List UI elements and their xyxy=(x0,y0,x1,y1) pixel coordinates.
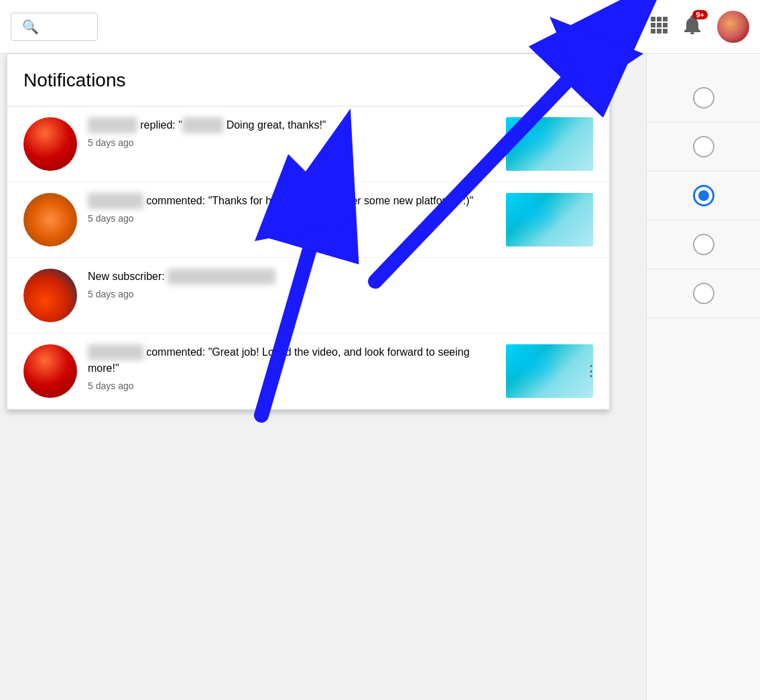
header-icons: 9+ xyxy=(615,11,749,43)
radio-item[interactable] xyxy=(647,171,760,220)
radio-button[interactable] xyxy=(693,136,714,157)
video-camera-icon[interactable] xyxy=(615,17,634,36)
notif-content: New subscriber: Username3LongName 5 days… xyxy=(88,269,593,299)
search-icon: 🔍 xyxy=(22,19,39,35)
radio-item[interactable] xyxy=(647,220,760,269)
radio-button[interactable] xyxy=(693,234,714,255)
more-options-icon[interactable]: ⋮ xyxy=(578,357,604,385)
notif-time: 5 days ago xyxy=(88,213,495,224)
notification-item[interactable]: New subscriber: Username3LongName 5 days… xyxy=(7,258,609,334)
panel-title: Notifications xyxy=(23,70,126,91)
svg-rect-7 xyxy=(663,23,668,27)
svg-rect-4 xyxy=(663,17,668,21)
svg-rect-5 xyxy=(651,23,655,27)
blurred-word: blurword xyxy=(182,117,223,133)
search-box[interactable]: 🔍 xyxy=(11,13,98,41)
notif-content: Username2 commented: "Thanks for helping… xyxy=(88,193,495,224)
radio-button[interactable] xyxy=(693,283,714,304)
grid-icon[interactable] xyxy=(650,16,668,38)
notif-thumbnail xyxy=(506,193,593,247)
notif-time: 5 days ago xyxy=(88,137,495,148)
header: 🔍 xyxy=(0,0,760,54)
user-avatar[interactable] xyxy=(717,11,749,43)
notif-text: Username2 commented: "Thanks for helping… xyxy=(88,193,495,209)
notif-text: New subscriber: Username3LongName xyxy=(88,269,593,285)
notif-avatar xyxy=(23,344,77,398)
svg-point-11 xyxy=(690,32,694,34)
svg-rect-3 xyxy=(657,17,661,21)
svg-rect-8 xyxy=(651,29,655,33)
notif-time: 5 days ago xyxy=(88,380,495,391)
settings-gear-icon[interactable] xyxy=(573,68,593,92)
notification-panel: Notifications Username replied: "blurwor… xyxy=(7,54,610,410)
blurred-username: Username3LongName xyxy=(168,269,275,285)
notif-content: Username4 commented: "Great job! Loved t… xyxy=(88,344,495,391)
panel-header: Notifications xyxy=(7,54,609,107)
svg-rect-2 xyxy=(651,17,655,21)
notification-item[interactable]: Username4 commented: "Great job! Loved t… xyxy=(7,334,609,409)
radio-item[interactable] xyxy=(647,74,760,123)
notif-avatar xyxy=(23,269,77,322)
radio-item[interactable] xyxy=(647,123,760,171)
radio-button[interactable] xyxy=(693,87,714,109)
blurred-username: Username4 xyxy=(88,344,143,360)
notification-count-badge: 9+ xyxy=(692,10,708,19)
notification-item[interactable]: Username replied: "blurword Doing great,… xyxy=(7,107,609,182)
svg-rect-9 xyxy=(657,29,661,33)
notif-avatar xyxy=(23,117,77,171)
svg-rect-0 xyxy=(615,19,627,30)
svg-rect-6 xyxy=(657,23,661,27)
svg-marker-1 xyxy=(627,19,634,31)
notif-thumbnail xyxy=(506,117,593,171)
notif-text: Username4 commented: "Great job! Loved t… xyxy=(88,344,495,376)
radio-item[interactable] xyxy=(647,269,760,318)
notif-time: 5 days ago xyxy=(88,289,593,299)
svg-rect-10 xyxy=(663,29,668,33)
notification-item[interactable]: Username2 commented: "Thanks for helping… xyxy=(7,182,609,258)
blurred-username: Username2 xyxy=(88,193,143,209)
notif-avatar xyxy=(23,193,77,247)
radio-button-selected[interactable] xyxy=(693,185,714,206)
notification-bell[interactable]: 9+ xyxy=(684,15,701,38)
notif-text: Username replied: "blurword Doing great,… xyxy=(88,117,495,133)
notif-content: Username replied: "blurword Doing great,… xyxy=(88,117,495,148)
blurred-username: Username xyxy=(88,117,137,133)
right-sidebar xyxy=(646,54,760,700)
